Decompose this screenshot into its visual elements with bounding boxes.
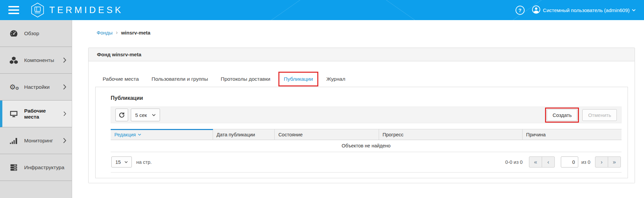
- annotation-box-create-button: Создать: [545, 108, 579, 123]
- main-content: Фонды › winsrv-meta Фонд winsrv-meta Раб…: [72, 20, 644, 198]
- sidebar-item-overview[interactable]: Обзор: [0, 20, 72, 47]
- column-header-state[interactable]: Состояние: [275, 129, 379, 140]
- breadcrumb-separator-icon: ›: [116, 29, 118, 36]
- page-size-value: 15: [115, 159, 121, 165]
- sidebar-item-components[interactable]: Компоненты: [0, 47, 72, 74]
- sidebar-item-label: Инфраструктура: [24, 164, 64, 171]
- refresh-interval-dropdown[interactable]: 5 сек: [131, 109, 160, 121]
- menu-hamburger-icon[interactable]: [8, 6, 19, 14]
- sidebar-item-workplaces[interactable]: Рабочие места: [0, 101, 72, 127]
- breadcrumb: Фонды › winsrv-meta: [88, 29, 635, 36]
- sidebar-item-settings[interactable]: ⚙⚙ Настройки: [0, 74, 72, 101]
- user-label: Системный пользователь (admin609): [543, 7, 630, 13]
- cancel-button[interactable]: Отменить: [582, 109, 617, 121]
- bar-chart-icon: [9, 136, 18, 145]
- per-page-label: на стр.: [136, 159, 152, 165]
- sidebar-item-label: Компоненты: [24, 57, 54, 63]
- tab-journal[interactable]: Журнал: [326, 76, 345, 82]
- monitor-icon: [9, 110, 18, 118]
- sidebar-item-label: Настройки: [24, 84, 50, 90]
- panel-heading: Публикации: [111, 95, 622, 101]
- header-decor-line: [369, 0, 479, 20]
- sidebar: Обзор Компоненты ⚙⚙ Настройки: [0, 20, 72, 198]
- range-label: 0-0 из 0: [505, 159, 523, 165]
- termidesk-hexagon-icon: [31, 2, 45, 18]
- sidebar-item-label: Рабочие места: [24, 108, 57, 120]
- publications-toolbar: 5 сек Создать Отменить: [111, 107, 622, 123]
- chevron-down-icon: [124, 161, 128, 163]
- chevron-right-icon: [63, 138, 66, 143]
- page-size-dropdown[interactable]: 15: [111, 156, 132, 168]
- empty-state-row: Объектов не найдено: [111, 140, 622, 152]
- sidebar-item-label: Мониторинг: [24, 138, 53, 144]
- sidebar-item-label: Обзор: [24, 30, 39, 37]
- annotation-box-publications-tab: Публикации: [278, 72, 318, 86]
- chevron-right-icon: [63, 57, 66, 63]
- sidebar-item-monitoring[interactable]: Мониторинг: [0, 127, 72, 154]
- sidebar-item-infrastructure[interactable]: Инфраструктура: [0, 154, 72, 181]
- column-header-publish-date[interactable]: Дата публикации: [213, 129, 275, 140]
- publications-panel: Публикации 5 сек: [95, 87, 628, 178]
- chevron-right-icon: [63, 111, 66, 117]
- publications-table: Редакция Дата публикации Состояние Прогр…: [111, 129, 622, 152]
- next-page-button[interactable]: ›: [595, 156, 608, 168]
- column-header-reason[interactable]: Причина: [523, 129, 622, 140]
- fund-card: Фонд winsrv-meta Рабочие места Пользоват…: [88, 48, 635, 183]
- empty-state-text: Объектов не найдено: [111, 140, 622, 152]
- create-button[interactable]: Создать: [547, 109, 577, 121]
- avatar-icon: [532, 5, 540, 15]
- chevron-right-icon: [63, 84, 66, 90]
- breadcrumb-link-funds[interactable]: Фонды: [97, 30, 113, 36]
- servers-icon: [9, 163, 18, 172]
- refresh-button[interactable]: [115, 109, 128, 121]
- prev-page-button[interactable]: ‹: [542, 156, 555, 168]
- tab-workplaces[interactable]: Рабочие места: [103, 76, 139, 82]
- fund-tabs: Рабочие места Пользователи и группы Прот…: [103, 71, 628, 87]
- help-icon[interactable]: ?: [516, 6, 525, 15]
- table-header-row: Редакция Дата публикации Состояние Прогр…: [111, 129, 622, 140]
- tab-delivery-protocols[interactable]: Протоколы доставки: [221, 76, 270, 82]
- pagination-bar: 15 на стр. 0-0 из 0 « ‹: [111, 152, 622, 173]
- cubes-icon: [9, 56, 18, 65]
- last-page-button[interactable]: »: [608, 156, 621, 168]
- sorted-column-indicator: [111, 129, 213, 130]
- column-header-progress[interactable]: Прогресс: [379, 129, 523, 140]
- first-page-button[interactable]: «: [529, 156, 542, 168]
- app-header: TERMIDESK ? Системный пользователь (admi…: [0, 0, 644, 20]
- tab-publications[interactable]: Публикации: [284, 76, 313, 82]
- page-number-input[interactable]: [561, 156, 578, 168]
- total-pages-label: из 0: [581, 159, 590, 165]
- breadcrumb-current: winsrv-meta: [121, 30, 151, 36]
- chevron-down-icon: [632, 9, 636, 11]
- card-title: Фонд winsrv-meta: [89, 48, 635, 61]
- header-decor-line: [207, 0, 317, 20]
- refresh-interval-value: 5 сек: [135, 112, 147, 118]
- sort-chevron-down-icon: [138, 134, 141, 136]
- chevron-down-icon: [152, 114, 156, 116]
- user-menu[interactable]: Системный пользователь (admin609): [532, 5, 636, 15]
- gears-icon: ⚙⚙: [9, 83, 18, 91]
- brand-wordmark: TERMIDESK: [49, 5, 123, 15]
- gauge-icon: [9, 29, 18, 38]
- brand-logo: TERMIDESK: [31, 2, 123, 18]
- refresh-icon: [119, 112, 125, 118]
- tab-users-groups[interactable]: Пользователи и группы: [152, 76, 208, 82]
- column-header-edition[interactable]: Редакция: [111, 129, 213, 140]
